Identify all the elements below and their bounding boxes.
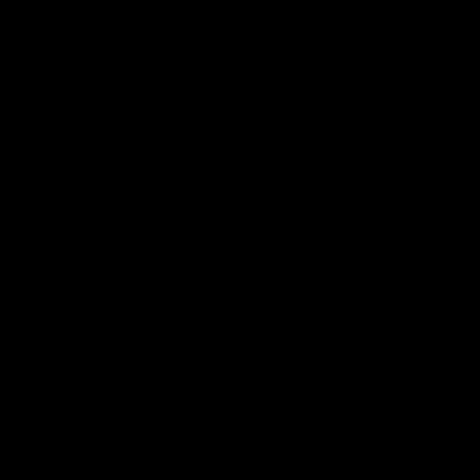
chart-frame bbox=[0, 0, 476, 476]
chart-svg bbox=[0, 0, 476, 476]
